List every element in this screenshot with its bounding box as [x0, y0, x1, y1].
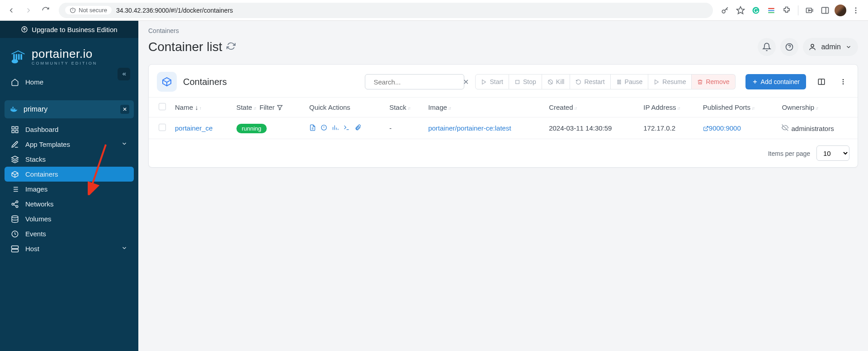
- search-input-wrapper[interactable]: ✕: [365, 74, 464, 89]
- environment-selector[interactable]: primary ✕: [5, 100, 134, 118]
- qa-exec-icon[interactable]: [343, 124, 350, 132]
- svg-point-27: [12, 215, 18, 218]
- kill-button[interactable]: Kill: [542, 74, 571, 89]
- bookmark-star-icon[interactable]: [734, 4, 747, 17]
- sidepanel-icon[interactable]: [818, 4, 832, 17]
- qa-inspect-icon[interactable]: [321, 124, 327, 132]
- server-icon: [11, 245, 19, 253]
- upgrade-banner[interactable]: Upgrade to Business Edition: [0, 21, 138, 38]
- items-per-page-select[interactable]: 10: [816, 145, 849, 161]
- items-per-page-label: Items per page: [768, 150, 810, 157]
- col-image[interactable]: Image↓↑: [424, 98, 544, 117]
- chevron-down-icon: [121, 245, 127, 253]
- search-input[interactable]: [373, 78, 459, 86]
- svg-rect-20: [12, 126, 14, 129]
- col-name[interactable]: Name ↓↑: [170, 98, 232, 117]
- docker-icon: [9, 104, 19, 114]
- sidebar-home-label: Home: [25, 78, 43, 86]
- sidebar-events[interactable]: Events: [5, 226, 134, 241]
- start-button[interactable]: Start: [475, 74, 509, 89]
- columns-icon[interactable]: [815, 75, 828, 88]
- qa-logs-icon[interactable]: [309, 124, 316, 132]
- profile-avatar[interactable]: [834, 4, 847, 17]
- forward-button[interactable]: [21, 3, 36, 18]
- pause-button[interactable]: Pause: [611, 74, 649, 89]
- user-label: admin: [821, 43, 841, 51]
- cell-owner: administrators: [791, 125, 834, 132]
- breadcrumb[interactable]: Containers: [148, 27, 858, 34]
- card-title: Containers: [183, 77, 227, 87]
- sidebar-item-label: Volumes: [25, 215, 52, 223]
- help-button[interactable]: [780, 38, 798, 56]
- clear-icon[interactable]: ✕: [463, 78, 469, 86]
- containers-table: Name ↓↑ State↓↑ Filter Quick Actions Sta…: [149, 97, 858, 167]
- sidebar-volumes[interactable]: Volumes: [5, 211, 134, 226]
- sidebar-dashboard[interactable]: Dashboard: [5, 122, 134, 137]
- sidebar-item-label: Containers: [25, 170, 58, 178]
- col-created[interactable]: Created↓↑: [544, 98, 639, 117]
- sidebar-app-templates[interactable]: App Templates: [5, 137, 134, 152]
- col-stack[interactable]: Stack↓↑: [385, 98, 424, 117]
- external-link-icon: [703, 126, 709, 131]
- restart-button[interactable]: Restart: [570, 74, 610, 89]
- sidebar-containers[interactable]: Containers: [5, 167, 134, 182]
- table-footer: Items per page 10: [149, 139, 858, 168]
- upgrade-label: Upgrade to Business Edition: [32, 26, 117, 33]
- browser-menu-icon[interactable]: [849, 4, 863, 17]
- qa-attach-icon[interactable]: [354, 124, 361, 132]
- svg-rect-19: [12, 107, 14, 108]
- sidebar-networks[interactable]: Networks: [5, 197, 134, 211]
- user-menu[interactable]: admin: [803, 38, 858, 56]
- image-link[interactable]: portainer/portainer-ce:latest: [428, 124, 511, 132]
- refresh-icon[interactable]: [226, 42, 236, 52]
- svg-rect-35: [516, 80, 519, 84]
- svg-rect-11: [13, 54, 15, 60]
- qa-stats-icon[interactable]: [332, 124, 339, 132]
- sidebar-item-label: Dashboard: [25, 126, 58, 133]
- back-button[interactable]: [4, 3, 19, 18]
- col-quick: Quick Actions: [305, 98, 385, 117]
- notifications-button[interactable]: [758, 38, 776, 56]
- cell-stack: -: [385, 117, 424, 139]
- sidebar-host[interactable]: Host: [5, 241, 134, 256]
- sidebar-images[interactable]: Images: [5, 182, 134, 197]
- eye-off-icon: [782, 125, 788, 132]
- password-key-icon[interactable]: [718, 4, 732, 17]
- logo[interactable]: portainer.io COMMUNITY EDITION: [0, 38, 138, 72]
- col-ports[interactable]: Published Ports↓↑: [698, 98, 778, 117]
- resume-button[interactable]: Resume: [648, 74, 692, 89]
- select-all-checkbox[interactable]: [159, 103, 166, 110]
- security-badge[interactable]: Not secure: [65, 6, 112, 14]
- environment-close-button[interactable]: ✕: [120, 105, 129, 114]
- svg-point-8: [855, 9, 857, 11]
- remove-button[interactable]: Remove: [692, 74, 735, 89]
- sidebar-home[interactable]: Home: [5, 75, 134, 89]
- filter-icon[interactable]: [277, 104, 283, 111]
- svg-rect-13: [18, 54, 20, 60]
- row-checkbox[interactable]: [159, 124, 166, 131]
- chevron-down-icon: [121, 140, 127, 148]
- stop-button[interactable]: Stop: [509, 74, 542, 89]
- col-owner[interactable]: Ownership↓↑: [777, 98, 858, 117]
- container-name-link[interactable]: portainer_ce: [175, 124, 212, 132]
- reload-button[interactable]: [38, 3, 53, 18]
- extensions-icon[interactable]: [780, 4, 793, 17]
- ext-todoist-icon[interactable]: [764, 4, 778, 17]
- col-state[interactable]: State↓↑ Filter: [232, 98, 305, 117]
- sidebar-stacks[interactable]: Stacks: [5, 152, 134, 167]
- address-bar[interactable]: Not secure 34.30.42.236:9000/#!/1/docker…: [59, 3, 713, 18]
- add-container-button[interactable]: Add container: [745, 74, 806, 89]
- user-icon: [808, 43, 816, 51]
- ext-grammarly-icon[interactable]: [749, 4, 763, 17]
- port-link[interactable]: 9000:9000: [703, 124, 741, 132]
- media-icon[interactable]: [803, 4, 816, 17]
- svg-point-40: [843, 79, 844, 80]
- home-icon: [11, 78, 19, 86]
- cell-ip: 172.17.0.2: [639, 117, 698, 139]
- svg-point-26: [16, 206, 18, 208]
- logo-subtext: COMMUNITY EDITION: [32, 61, 97, 66]
- svg-rect-37: [618, 80, 618, 84]
- col-ip[interactable]: IP Address↓↑: [639, 98, 698, 117]
- table-menu-icon[interactable]: [837, 75, 849, 88]
- svg-rect-30: [12, 249, 19, 252]
